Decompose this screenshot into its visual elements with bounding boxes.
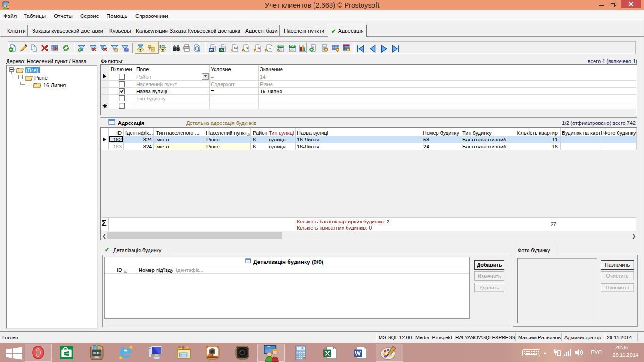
svg-text:e: e	[269, 46, 271, 50]
svg-text:CSV: CSV	[278, 45, 283, 48]
svg-text:W: W	[209, 48, 213, 52]
svg-text:TXT: TXT	[290, 45, 295, 48]
svg-text:X: X	[220, 48, 223, 52]
svg-text:X: X	[246, 46, 249, 50]
svg-text:A: A	[257, 46, 261, 50]
svg-text:DOC: DOC	[93, 351, 101, 355]
svg-text:8: 8	[302, 347, 303, 350]
svg-text:W: W	[234, 46, 238, 50]
